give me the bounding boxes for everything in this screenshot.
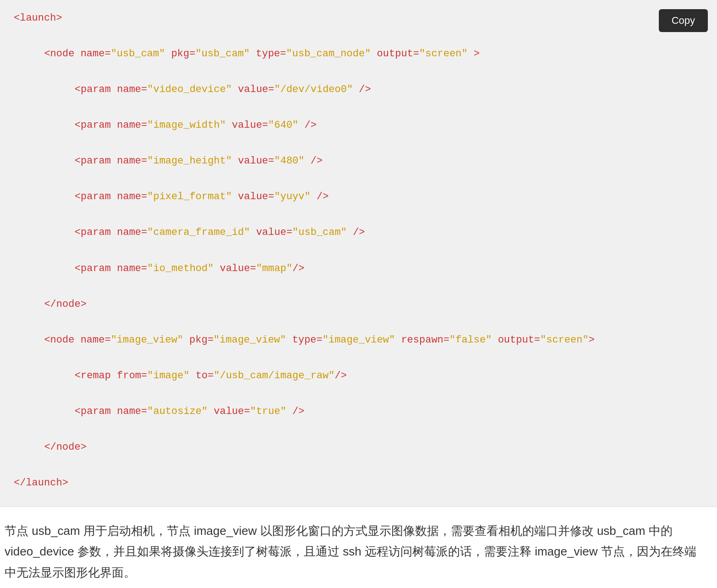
attr-name: value= [220,263,256,274]
tag-bracket: < [75,155,81,167]
tag-bracket: > [56,12,62,24]
attr-value: "/dev/video0" [274,84,353,95]
code-line: </node> [32,438,703,457]
attr-value: "image_view" [323,334,395,346]
tag-bracket: /> [317,191,328,202]
attr-name: respawn= [401,334,449,346]
attr-value: "autosize" [147,406,208,417]
tag-name: node [50,48,75,60]
code-content-1: <launch> <node name="usb_cam" pkg="usb_c… [14,9,703,493]
tag-name: remap [81,370,111,381]
tag-name: param [81,263,111,274]
code-line: <param name="image_height" value="480" /… [50,152,703,171]
attr-value: "image_height" [147,155,232,167]
attr-name: value= [256,227,292,238]
tag-bracket: > [589,334,595,346]
attr-value: "image_view" [111,334,183,346]
attr-value: "video_device" [147,84,232,95]
copy-button-1[interactable]: Copy [659,9,708,32]
tag-bracket: < [75,370,81,381]
tag-bracket: > [474,48,480,60]
attr-value: "/usb_cam/image_raw" [213,370,334,381]
attr-name: name= [81,48,111,60]
code-block-1: Copy <launch> <node name="usb_cam" pkg="… [0,0,717,507]
tag-bracket: /> [359,84,371,95]
tag-bracket: < [75,84,81,95]
attr-value: "usb_cam_node" [286,48,371,60]
tag-bracket: > [62,477,68,489]
page-container: Copy <launch> <node name="usb_cam" pkg="… [0,0,717,588]
tag-name: node [56,441,81,453]
tag-name: param [81,227,111,238]
code-line: <launch> [14,9,703,28]
attr-name: name= [117,155,147,167]
code-line: <param name="autosize" value="true" /> [50,403,703,421]
tag-bracket: < [14,12,20,24]
tag-name: node [50,334,75,346]
tag-bracket: > [81,299,87,310]
code-line: <param name="image_width" value="640" /> [50,116,703,135]
attr-value: "screen" [540,334,589,346]
tag-bracket: /> [353,227,365,238]
code-line: </launch> [14,474,703,493]
attr-name: name= [117,406,147,417]
tag-bracket: </ [14,477,26,489]
attr-value: "image_width" [147,120,226,131]
tag-bracket: < [75,263,81,274]
attr-value: "yuyv" [274,191,311,202]
attr-name: type= [256,48,286,60]
attr-name: output= [498,334,540,346]
attr-value: "false" [449,334,492,346]
tag-bracket: </ [44,441,56,453]
attr-value: "usb_cam" [111,48,165,60]
attr-value: "image" [147,370,189,381]
code-line: </node> [32,295,703,314]
attr-name: pkg= [189,334,213,346]
tag-bracket: > [81,441,87,453]
tag-name: node [56,299,81,310]
attr-value: "image_view" [213,334,286,346]
attr-value: "io_method" [147,263,213,274]
tag-bracket: </ [44,299,56,310]
attr-name: value= [238,84,274,95]
attr-value: "640" [268,120,298,131]
attr-value: "pixel_format" [147,191,232,202]
tag-bracket: /> [335,370,347,381]
code-line: <param name="video_device" value="/dev/v… [50,81,703,99]
attr-name: name= [117,84,147,95]
code-line: <node name="image_view" pkg="image_view"… [32,331,703,350]
tag-bracket: < [75,406,81,417]
attr-name: value= [238,155,274,167]
tag-name: param [81,406,111,417]
tag-name: launch [26,477,62,489]
attr-value: "mmap" [256,263,292,274]
attr-name: name= [117,263,147,274]
attr-name: name= [117,191,147,202]
attr-name: type= [292,334,323,346]
attr-value: "480" [274,155,305,167]
attr-name: name= [81,334,111,346]
tag-bracket: /> [292,406,304,417]
attr-name: output= [377,48,419,60]
code-line: <param name="io_method" value="mmap"/> [50,260,703,278]
attr-name: name= [117,227,147,238]
tag-bracket: /> [305,120,317,131]
tag-bracket: < [75,120,81,131]
attr-value: "usb_cam" [292,227,347,238]
code-line: <node name="usb_cam" pkg="usb_cam" type=… [32,45,703,64]
tag-bracket: < [75,227,81,238]
tag-bracket: /> [292,263,304,274]
tag-name: param [81,84,111,95]
tag-bracket: < [44,48,50,60]
code-line: <remap from="image" to="/usb_cam/image_r… [50,367,703,386]
tag-bracket: < [44,334,50,346]
attr-value: "screen" [419,48,468,60]
tag-name: param [81,120,111,131]
tag-name: launch [20,12,56,24]
tag-bracket: /> [311,155,323,167]
attr-name: from= [117,370,147,381]
tag-bracket: < [75,191,81,202]
attr-value: "usb_cam" [195,48,250,60]
code-line: <param name="pixel_format" value="yuyv" … [50,188,703,207]
attr-value: "true" [250,406,286,417]
